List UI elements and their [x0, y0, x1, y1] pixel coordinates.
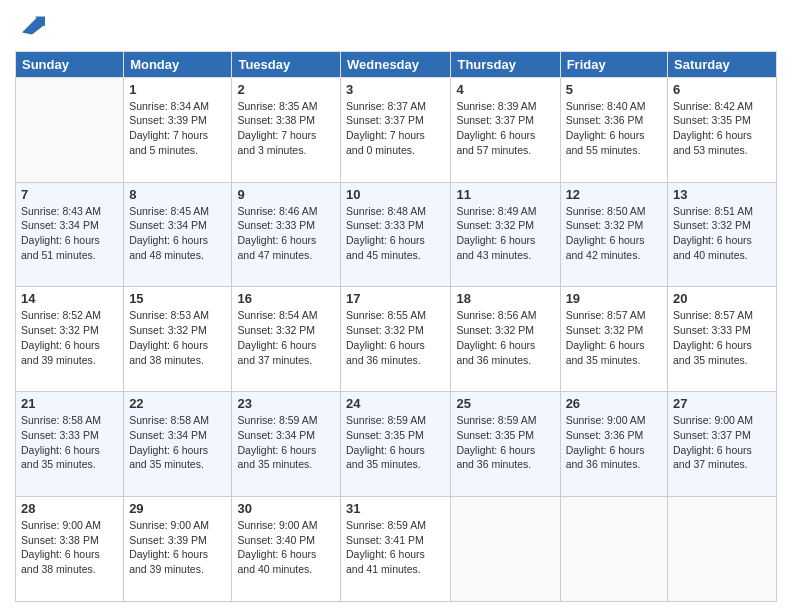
week-row-1: 1Sunrise: 8:34 AM Sunset: 3:39 PM Daylig… — [16, 77, 777, 182]
day-number: 20 — [673, 291, 771, 306]
day-info: Sunrise: 8:37 AM Sunset: 3:37 PM Dayligh… — [346, 99, 445, 158]
calendar-cell — [451, 497, 560, 602]
calendar-cell: 18Sunrise: 8:56 AM Sunset: 3:32 PM Dayli… — [451, 287, 560, 392]
calendar-cell: 13Sunrise: 8:51 AM Sunset: 3:32 PM Dayli… — [668, 182, 777, 287]
day-number: 19 — [566, 291, 662, 306]
day-number: 22 — [129, 396, 226, 411]
calendar-cell: 22Sunrise: 8:58 AM Sunset: 3:34 PM Dayli… — [124, 392, 232, 497]
day-number: 16 — [237, 291, 335, 306]
day-number: 26 — [566, 396, 662, 411]
logo — [15, 10, 47, 45]
day-info: Sunrise: 8:57 AM Sunset: 3:33 PM Dayligh… — [673, 308, 771, 367]
weekday-tuesday: Tuesday — [232, 51, 341, 77]
day-info: Sunrise: 8:42 AM Sunset: 3:35 PM Dayligh… — [673, 99, 771, 158]
day-info: Sunrise: 8:46 AM Sunset: 3:33 PM Dayligh… — [237, 204, 335, 263]
calendar-cell — [668, 497, 777, 602]
calendar-cell: 8Sunrise: 8:45 AM Sunset: 3:34 PM Daylig… — [124, 182, 232, 287]
calendar-cell: 3Sunrise: 8:37 AM Sunset: 3:37 PM Daylig… — [341, 77, 451, 182]
calendar-cell: 12Sunrise: 8:50 AM Sunset: 3:32 PM Dayli… — [560, 182, 667, 287]
day-info: Sunrise: 8:59 AM Sunset: 3:35 PM Dayligh… — [346, 413, 445, 472]
day-info: Sunrise: 8:52 AM Sunset: 3:32 PM Dayligh… — [21, 308, 118, 367]
day-number: 21 — [21, 396, 118, 411]
day-number: 2 — [237, 82, 335, 97]
day-info: Sunrise: 8:49 AM Sunset: 3:32 PM Dayligh… — [456, 204, 554, 263]
header — [15, 10, 777, 45]
calendar-cell: 15Sunrise: 8:53 AM Sunset: 3:32 PM Dayli… — [124, 287, 232, 392]
day-info: Sunrise: 9:00 AM Sunset: 3:37 PM Dayligh… — [673, 413, 771, 472]
day-info: Sunrise: 8:40 AM Sunset: 3:36 PM Dayligh… — [566, 99, 662, 158]
day-info: Sunrise: 8:58 AM Sunset: 3:33 PM Dayligh… — [21, 413, 118, 472]
calendar-cell: 5Sunrise: 8:40 AM Sunset: 3:36 PM Daylig… — [560, 77, 667, 182]
week-row-2: 7Sunrise: 8:43 AM Sunset: 3:34 PM Daylig… — [16, 182, 777, 287]
day-number: 10 — [346, 187, 445, 202]
calendar-cell: 1Sunrise: 8:34 AM Sunset: 3:39 PM Daylig… — [124, 77, 232, 182]
day-info: Sunrise: 8:35 AM Sunset: 3:38 PM Dayligh… — [237, 99, 335, 158]
weekday-monday: Monday — [124, 51, 232, 77]
day-info: Sunrise: 8:58 AM Sunset: 3:34 PM Dayligh… — [129, 413, 226, 472]
calendar-cell — [16, 77, 124, 182]
day-info: Sunrise: 9:00 AM Sunset: 3:39 PM Dayligh… — [129, 518, 226, 577]
day-info: Sunrise: 9:00 AM Sunset: 3:40 PM Dayligh… — [237, 518, 335, 577]
day-number: 23 — [237, 396, 335, 411]
weekday-friday: Friday — [560, 51, 667, 77]
calendar-cell: 25Sunrise: 8:59 AM Sunset: 3:35 PM Dayli… — [451, 392, 560, 497]
calendar-cell: 17Sunrise: 8:55 AM Sunset: 3:32 PM Dayli… — [341, 287, 451, 392]
calendar-cell: 20Sunrise: 8:57 AM Sunset: 3:33 PM Dayli… — [668, 287, 777, 392]
calendar-cell: 6Sunrise: 8:42 AM Sunset: 3:35 PM Daylig… — [668, 77, 777, 182]
calendar-cell: 7Sunrise: 8:43 AM Sunset: 3:34 PM Daylig… — [16, 182, 124, 287]
day-info: Sunrise: 8:51 AM Sunset: 3:32 PM Dayligh… — [673, 204, 771, 263]
day-info: Sunrise: 8:34 AM Sunset: 3:39 PM Dayligh… — [129, 99, 226, 158]
calendar-cell: 28Sunrise: 9:00 AM Sunset: 3:38 PM Dayli… — [16, 497, 124, 602]
day-number: 27 — [673, 396, 771, 411]
day-number: 5 — [566, 82, 662, 97]
calendar-cell: 2Sunrise: 8:35 AM Sunset: 3:38 PM Daylig… — [232, 77, 341, 182]
day-number: 3 — [346, 82, 445, 97]
calendar-cell: 4Sunrise: 8:39 AM Sunset: 3:37 PM Daylig… — [451, 77, 560, 182]
day-info: Sunrise: 8:55 AM Sunset: 3:32 PM Dayligh… — [346, 308, 445, 367]
day-info: Sunrise: 8:48 AM Sunset: 3:33 PM Dayligh… — [346, 204, 445, 263]
day-info: Sunrise: 8:57 AM Sunset: 3:32 PM Dayligh… — [566, 308, 662, 367]
day-info: Sunrise: 9:00 AM Sunset: 3:38 PM Dayligh… — [21, 518, 118, 577]
calendar-cell: 31Sunrise: 8:59 AM Sunset: 3:41 PM Dayli… — [341, 497, 451, 602]
weekday-wednesday: Wednesday — [341, 51, 451, 77]
day-info: Sunrise: 8:59 AM Sunset: 3:41 PM Dayligh… — [346, 518, 445, 577]
weekday-header-row: SundayMondayTuesdayWednesdayThursdayFrid… — [16, 51, 777, 77]
day-number: 13 — [673, 187, 771, 202]
day-number: 14 — [21, 291, 118, 306]
day-info: Sunrise: 9:00 AM Sunset: 3:36 PM Dayligh… — [566, 413, 662, 472]
week-row-4: 21Sunrise: 8:58 AM Sunset: 3:33 PM Dayli… — [16, 392, 777, 497]
calendar-cell: 11Sunrise: 8:49 AM Sunset: 3:32 PM Dayli… — [451, 182, 560, 287]
calendar-cell: 9Sunrise: 8:46 AM Sunset: 3:33 PM Daylig… — [232, 182, 341, 287]
day-number: 6 — [673, 82, 771, 97]
calendar-cell: 24Sunrise: 8:59 AM Sunset: 3:35 PM Dayli… — [341, 392, 451, 497]
calendar-cell: 19Sunrise: 8:57 AM Sunset: 3:32 PM Dayli… — [560, 287, 667, 392]
day-number: 4 — [456, 82, 554, 97]
day-number: 1 — [129, 82, 226, 97]
calendar-cell: 16Sunrise: 8:54 AM Sunset: 3:32 PM Dayli… — [232, 287, 341, 392]
logo-icon — [17, 10, 47, 40]
week-row-3: 14Sunrise: 8:52 AM Sunset: 3:32 PM Dayli… — [16, 287, 777, 392]
day-info: Sunrise: 8:59 AM Sunset: 3:34 PM Dayligh… — [237, 413, 335, 472]
day-number: 29 — [129, 501, 226, 516]
day-number: 28 — [21, 501, 118, 516]
day-number: 24 — [346, 396, 445, 411]
day-number: 17 — [346, 291, 445, 306]
day-info: Sunrise: 8:50 AM Sunset: 3:32 PM Dayligh… — [566, 204, 662, 263]
calendar-cell: 26Sunrise: 9:00 AM Sunset: 3:36 PM Dayli… — [560, 392, 667, 497]
day-number: 11 — [456, 187, 554, 202]
logo-text — [15, 10, 47, 45]
calendar-cell: 30Sunrise: 9:00 AM Sunset: 3:40 PM Dayli… — [232, 497, 341, 602]
day-number: 12 — [566, 187, 662, 202]
day-info: Sunrise: 8:56 AM Sunset: 3:32 PM Dayligh… — [456, 308, 554, 367]
day-number: 7 — [21, 187, 118, 202]
day-info: Sunrise: 8:43 AM Sunset: 3:34 PM Dayligh… — [21, 204, 118, 263]
day-number: 8 — [129, 187, 226, 202]
calendar-cell: 29Sunrise: 9:00 AM Sunset: 3:39 PM Dayli… — [124, 497, 232, 602]
calendar-cell: 21Sunrise: 8:58 AM Sunset: 3:33 PM Dayli… — [16, 392, 124, 497]
day-number: 9 — [237, 187, 335, 202]
day-number: 30 — [237, 501, 335, 516]
day-number: 25 — [456, 396, 554, 411]
week-row-5: 28Sunrise: 9:00 AM Sunset: 3:38 PM Dayli… — [16, 497, 777, 602]
page: SundayMondayTuesdayWednesdayThursdayFrid… — [0, 0, 792, 612]
calendar-cell: 10Sunrise: 8:48 AM Sunset: 3:33 PM Dayli… — [341, 182, 451, 287]
